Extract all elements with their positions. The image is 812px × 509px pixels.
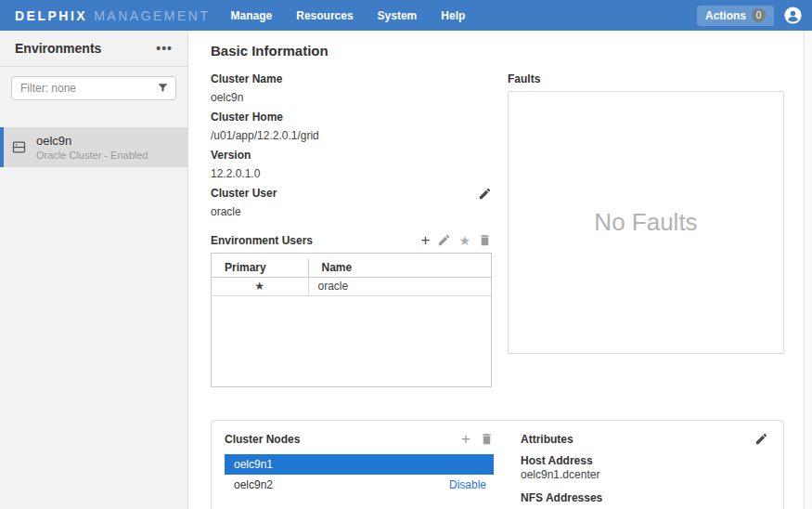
top-navbar: DELPHIX MANAGEMENT Manage Resources Syst… xyxy=(0,0,812,31)
page-title: Basic Information xyxy=(211,43,492,59)
filter-funnel-icon xyxy=(157,82,169,94)
topbar-right: Actions 0 xyxy=(697,6,805,26)
edit-attributes-icon[interactable] xyxy=(754,432,768,446)
field-cluster-home: Cluster Home /u01/app/12.2.0.1/grid xyxy=(211,110,492,143)
host-address-value: oelc9n1.dcenter xyxy=(521,468,768,482)
attributes-title: Attributes xyxy=(521,433,574,446)
environment-name: oelc9n xyxy=(36,134,148,148)
attributes-header: Attributes xyxy=(521,432,768,446)
field-value: 12.2.0.1.0 xyxy=(211,166,492,181)
add-user-icon[interactable]: + xyxy=(421,234,431,247)
actions-button[interactable]: Actions 0 xyxy=(697,6,774,26)
field-version: Version 12.2.0.1.0 xyxy=(211,148,492,181)
set-primary-user-icon[interactable]: ★ xyxy=(458,234,470,247)
more-menu-icon[interactable]: ••• xyxy=(156,45,173,52)
vertical-scrollbar[interactable] xyxy=(804,31,812,509)
column-header-primary: Primary xyxy=(212,259,308,278)
cluster-node-card: Cluster Nodes + oelc9n1 xyxy=(211,420,784,509)
node-name: oelc9n1 xyxy=(234,458,273,471)
delphix-logo: DELPHIX MANAGEMENT xyxy=(15,8,211,23)
nav-resources[interactable]: Resources xyxy=(296,9,353,22)
host-address-label: Host Address xyxy=(521,454,768,468)
field-value: /u01/app/12.2.0.1/grid xyxy=(211,128,492,143)
node-row-oelc9n1[interactable]: oelc9n1 xyxy=(225,454,494,475)
no-faults-text: No Faults xyxy=(594,208,697,237)
delete-node-icon[interactable] xyxy=(480,432,494,446)
field-label: Cluster Home xyxy=(211,110,492,124)
faults-title: Faults xyxy=(508,72,784,85)
environment-subtitle: Oracle Cluster - Enabled xyxy=(36,150,148,161)
field-cluster-user: Cluster User oracle xyxy=(211,186,492,219)
node-list: oelc9n1 oelc9n2 Disable xyxy=(225,454,494,495)
disable-node-link[interactable]: Disable xyxy=(449,478,486,491)
nfs-addresses-label: NFS Addresses xyxy=(521,491,768,505)
environment-users-title: Environment Users xyxy=(211,234,313,247)
filter-input[interactable] xyxy=(11,76,176,100)
main-content: Basic Information Cluster Name oelc9n Cl… xyxy=(188,31,812,509)
sidebar-title: Environments xyxy=(15,41,101,56)
delete-user-icon[interactable] xyxy=(478,233,492,247)
environment-list: oelc9n Oracle Cluster - Enabled xyxy=(0,127,187,167)
environment-users-header: Environment Users + ★ xyxy=(211,233,492,247)
node-row-oelc9n2[interactable]: oelc9n2 Disable xyxy=(225,475,494,495)
edit-cluster-user-icon[interactable] xyxy=(478,187,492,201)
actions-count-badge: 0 xyxy=(752,8,766,22)
main-nav: Manage Resources System Help xyxy=(231,9,466,22)
logo-primary: DELPHIX xyxy=(15,8,87,23)
nav-manage[interactable]: Manage xyxy=(231,9,273,22)
field-value: oracle xyxy=(211,204,492,219)
field-label: Version xyxy=(211,148,492,163)
user-name-cell: oracle xyxy=(308,278,491,296)
filter-container xyxy=(11,76,176,100)
environments-sidebar: Environments ••• oelc9n Oracle Cluster -… xyxy=(0,31,188,509)
sidebar-header: Environments ••• xyxy=(0,31,187,67)
cluster-nodes-header: Cluster Nodes + xyxy=(225,432,494,446)
cluster-nodes-title: Cluster Nodes xyxy=(225,433,300,446)
faults-panel: No Faults xyxy=(508,91,784,354)
environment-users-table: Primary Name ★ oracle xyxy=(211,253,492,387)
cluster-environment-icon xyxy=(11,139,27,155)
node-name: oelc9n2 xyxy=(234,478,273,491)
edit-user-icon[interactable] xyxy=(437,233,451,247)
logo-secondary: MANAGEMENT xyxy=(94,8,210,23)
actions-button-label: Actions xyxy=(705,9,746,22)
nav-help[interactable]: Help xyxy=(441,9,465,22)
field-cluster-name: Cluster Name oelc9n xyxy=(211,72,492,105)
column-header-name: Name xyxy=(308,259,491,278)
field-label: Cluster User xyxy=(211,186,277,201)
field-value: oelc9n xyxy=(211,90,492,105)
table-row[interactable]: ★ oracle xyxy=(212,278,491,296)
primary-star-cell: ★ xyxy=(212,278,308,296)
add-node-icon[interactable]: + xyxy=(461,433,470,446)
environment-list-item[interactable]: oelc9n Oracle Cluster - Enabled xyxy=(0,127,187,167)
user-profile-icon[interactable] xyxy=(783,6,803,25)
nav-system[interactable]: System xyxy=(378,9,418,22)
field-label: Cluster Name xyxy=(211,72,492,86)
